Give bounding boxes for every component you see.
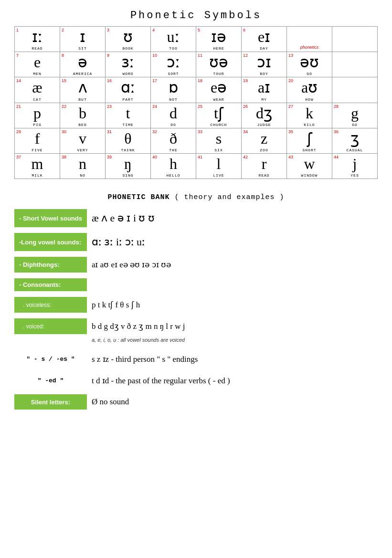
cell-14: 14 æ CAT [15, 77, 60, 103]
table-row: 7 e MEN 8 ə AMERICA 9 ɜː WORD 10 ɔː SORT… [15, 52, 378, 77]
cell-34: 34 z ZOO [242, 128, 287, 153]
silent-content: Ø no sound [87, 394, 378, 410]
cell-4: 4 uː TOO [151, 27, 196, 52]
page-title: Phonetic Symbols [14, 10, 378, 21]
bank-row-voiceless: . voiceless: p t k tʃ f θ s ʃ h [14, 297, 378, 313]
cell-29: 29 f FIVE [15, 128, 60, 153]
cell-16: 16 ɑː PART [106, 77, 151, 103]
bank-row-s-es: " - s / -es " s z ɪz - third person " s … [14, 351, 378, 367]
cell-19: 19 aɪ MY [242, 77, 287, 103]
spacer-row [14, 251, 378, 257]
voiced-content: b d g dʒ v ð z ʒ m n ŋ l r w j [87, 318, 378, 334]
bank-row-long-vowels: -Long vowel sounds: ɑː ɜː iː ɔː uː [14, 233, 378, 251]
cell-1: 1 ɪː READ [15, 27, 60, 52]
cell-27: 27 k KILO [287, 103, 332, 128]
cell-33: 33 s SIX [196, 128, 242, 153]
long-vowels-content: ɑː ɜː iː ɔː uː [87, 233, 378, 251]
cell-20: 20 aʊ HOW [287, 77, 332, 103]
cell-44: 44 j YES [332, 153, 378, 179]
cell-36: 36 ʒ CASUAL [332, 128, 378, 153]
bank-row-short-vowels: - Short Vowel sounds æ ʌ e ə ɪ i ʊ ʊ [14, 209, 378, 227]
phonetic-bank-table: - Short Vowel sounds æ ʌ e ə ɪ i ʊ ʊ -Lo… [14, 209, 378, 410]
cell-23: 23 t TIME [106, 103, 151, 128]
cell-25: 25 tʃ CHURCH [196, 103, 242, 128]
cell-22: 22 b BED [60, 103, 106, 128]
voiceless-content: p t k tʃ f θ s ʃ h [87, 297, 378, 313]
cell-38: 38 n NO [60, 153, 106, 179]
cell-39: 39 ŋ SING [106, 153, 151, 179]
silent-label: Silent letters: [14, 394, 87, 410]
bank-row-voiced-note: a, e, i, o, u : all vowel sounds are voi… [14, 334, 378, 346]
cell-32: 32 ð THE [151, 128, 196, 153]
spacer-row [14, 389, 378, 394]
spacer-row [14, 291, 378, 297]
long-vowels-label: -Long vowel sounds: [14, 233, 87, 251]
cell-17: 17 ɒ NOT [151, 77, 196, 103]
ed-content: t d ɪd - the past of the regular verbs (… [87, 373, 378, 389]
bank-row-diphthongs: - Diphthongs: aɪ aʊ eɪ eə əʊ ɪə ɔɪ ʊə [14, 257, 378, 273]
cell-35: 35 ʃ SHORT [287, 128, 332, 153]
cell-31: 31 θ THINK [106, 128, 151, 153]
spacer-row [14, 367, 378, 373]
phonetic-table: 1 ɪː READ 2 ɪ SIT 3 ʊ BOOK 4 uː TOO 5 ɪə… [14, 26, 378, 179]
cell-empty2 [332, 52, 378, 77]
spacer-row [14, 346, 378, 351]
cell-7: 7 e MEN [15, 52, 60, 77]
cell-label-phonetics: phonetics [287, 27, 332, 52]
s-es-content: s z ɪz - third person " s " endings [87, 351, 378, 367]
cell-28: 28 g GO [332, 103, 378, 128]
table-row: 14 æ CAT 15 ʌ BUT 16 ɑː PART 17 ɒ NOT 18… [15, 77, 378, 103]
cell-24: 24 d DO [151, 103, 196, 128]
voiced-note: a, e, i, o, u : all vowel sounds are voi… [87, 334, 378, 346]
bank-row-silent: Silent letters: Ø no sound [14, 394, 378, 410]
cell-10: 10 ɔː SORT [151, 52, 196, 77]
bank-row-ed: " -ed " t d ɪd - the past of the regular… [14, 373, 378, 389]
consonants-label: - Consonants: [14, 278, 87, 291]
table-row: 21 p PIG 22 b BED 23 t TIME 24 d DO 25 t… [15, 103, 378, 128]
cell-26: 26 dʒ JUDGE [242, 103, 287, 128]
cell-8: 8 ə AMERICA [60, 52, 106, 77]
spacer-row [14, 273, 378, 278]
diphthongs-label: - Diphthongs: [14, 257, 87, 273]
s-es-label: " - s / -es " [14, 351, 87, 367]
cell-41: 41 l LIVE [196, 153, 242, 179]
spacer-row [14, 313, 378, 318]
cell-11: 11 ʊə TOUR [196, 52, 242, 77]
cell-40: 40 h HELLO [151, 153, 196, 179]
bank-title: PHONETIC BANK ( theory and examples ) [14, 193, 378, 201]
table-row: 37 m MILK 38 n NO 39 ŋ SING 40 h HELLO 4… [15, 153, 378, 179]
ed-label: " -ed " [14, 373, 87, 389]
table-row: 1 ɪː READ 2 ɪ SIT 3 ʊ BOOK 4 uː TOO 5 ɪə… [15, 27, 378, 52]
cell-15: 15 ʌ BUT [60, 77, 106, 103]
bank-row-voiced: . voiced: b d g dʒ v ð z ʒ m n ŋ l r w j [14, 318, 378, 334]
voiced-label: . voiced: [14, 318, 87, 334]
cell-12: 12 ɔɪ BOY [242, 52, 287, 77]
cell-3: 3 ʊ BOOK [106, 27, 151, 52]
cell-18: 18 eə WEAR [196, 77, 242, 103]
cell-43: 43 w WINDOW [287, 153, 332, 179]
cell-6: 6 eɪ DAY [242, 27, 287, 52]
voiceless-label: . voiceless: [14, 297, 87, 313]
bank-row-consonants: - Consonants: [14, 278, 378, 291]
cell-37: 37 m MILK [15, 153, 60, 179]
cell-42: 42 r READ [242, 153, 287, 179]
cell-empty [332, 27, 378, 52]
spacer-row [14, 227, 378, 233]
cell-2: 2 ɪ SIT [60, 27, 106, 52]
short-vowels-label: - Short Vowel sounds [14, 209, 87, 227]
short-vowels-content: æ ʌ e ə ɪ i ʊ ʊ [87, 209, 378, 227]
cell-5: 5 ɪə HERE [196, 27, 242, 52]
cell-empty3 [332, 77, 378, 103]
cell-21: 21 p PIG [15, 103, 60, 128]
cell-13: 13 əʊ GO [287, 52, 332, 77]
cell-30: 30 v VERY [60, 128, 106, 153]
cell-9: 9 ɜː WORD [106, 52, 151, 77]
diphthongs-content: aɪ aʊ eɪ eə əʊ ɪə ɔɪ ʊə [87, 257, 378, 273]
table-row: 29 f FIVE 30 v VERY 31 θ THINK 32 ð THE … [15, 128, 378, 153]
